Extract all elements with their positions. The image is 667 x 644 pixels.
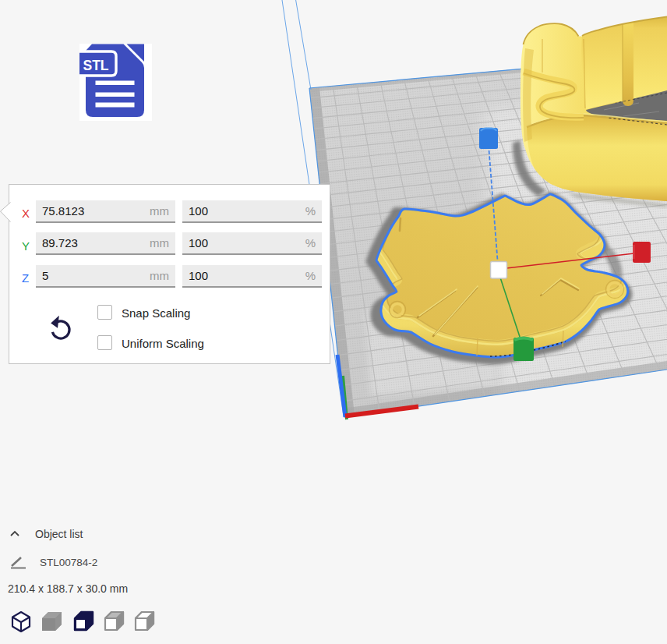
svg-text:STL: STL xyxy=(83,58,109,73)
